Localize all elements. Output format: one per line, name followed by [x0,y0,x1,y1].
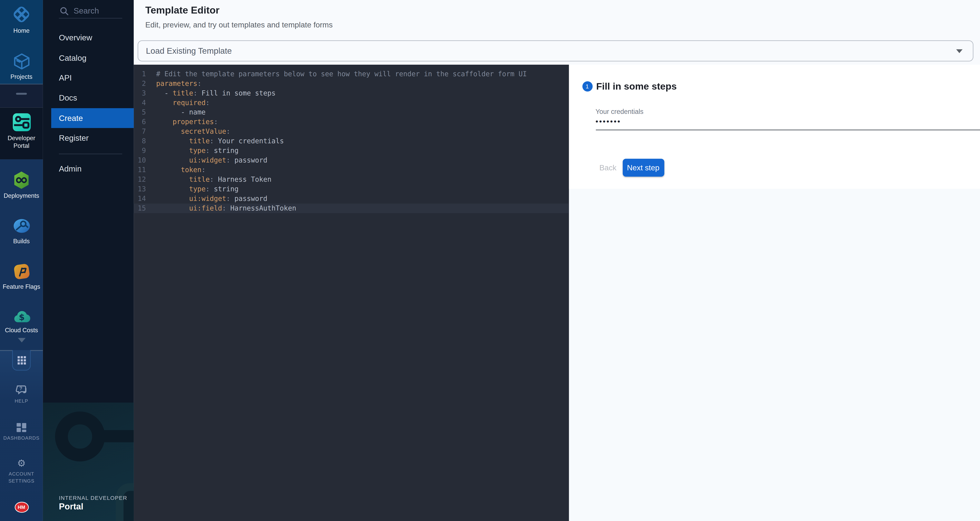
step-title: Fill in some steps [596,81,677,92]
cloud-costs-icon: $ [12,308,31,325]
dashboards-icon [16,422,27,433]
sidebar-item-label: DASHBOARDS [0,435,43,441]
module-picker-button[interactable] [12,350,31,370]
line-number: 9 [134,146,146,155]
line-content: title: Your credentials [146,136,284,146]
line-content: type: string [146,184,239,194]
chevron-down-icon[interactable] [18,338,25,343]
help-icon: ? [15,385,28,395]
dropdown-caret-icon [956,49,963,53]
grid-icon [17,355,26,365]
line-number: 5 [134,108,146,117]
back-button[interactable]: Back [599,163,616,172]
sidebar-item-label: Developer Portal [5,134,38,150]
next-step-button[interactable]: Next step [622,159,664,177]
sidebar-item-overview[interactable]: Overview [59,33,92,42]
yaml-code-editor[interactable]: 1# Edit the template parameters below to… [134,65,569,521]
sidebar-item-account-settings[interactable]: ⚙ ACCOUNT SETTINGS [0,458,43,484]
drag-handle[interactable] [16,93,27,95]
divider [59,154,122,154]
code-line[interactable]: 14 ui:widget: password [134,194,569,204]
module-section-divider [0,84,43,108]
sidebar-item-api[interactable]: API [59,74,72,83]
credentials-input[interactable]: ••••••• [595,117,621,126]
line-content: secretValue: [146,127,230,136]
line-content: token: [146,165,205,175]
sidebar-item-developer-portal[interactable]: Developer Portal [0,112,43,150]
sidebar-item-admin[interactable]: Admin [59,164,81,174]
builds-icon [12,217,31,236]
sidebar-item-label: Builds [0,237,43,245]
divider [59,18,122,18]
code-line[interactable]: 10 ui:widget: password [134,155,569,165]
svg-text:$: $ [19,312,24,322]
module-section-bottom: ? HELP DASHBOARDS ⚙ ACCOUNT SETTINGS HM [0,350,43,521]
line-number: 6 [134,117,146,127]
line-number: 1 [134,69,146,79]
main-content: Template Editor Edit, preview, and try o… [134,0,980,521]
page-subtitle: Edit, preview, and try out templates and… [145,21,332,29]
code-line[interactable]: 12 title: Harness Token [134,175,569,184]
dropdown-value: Load Existing Template [146,46,956,56]
deployments-icon [11,170,31,190]
line-content: - title: Fill in some steps [146,88,275,98]
sidebar-item-label: Home [0,27,43,35]
sidebar-item-builds[interactable]: Builds [0,217,43,245]
code-lines: 1# Edit the template parameters below to… [134,69,569,213]
code-line[interactable]: 7 secretValue: [134,127,569,136]
line-number: 8 [134,136,146,146]
code-line[interactable]: 5 - name [134,108,569,117]
line-number: 4 [134,98,146,108]
sidebar-item-catalog[interactable]: Catalog [59,54,86,63]
line-content: title: Harness Token [146,175,272,184]
sidebar-item-label: ACCOUNT SETTINGS [4,470,38,484]
sidebar-item-label: Feature Flags [0,283,43,290]
projects-icon [12,52,31,71]
search-placeholder: Search [74,6,99,16]
code-line[interactable]: 15 ui:field: HarnessAuthToken [134,204,569,213]
line-number: 14 [134,194,146,204]
sidebar-item-feature-flags[interactable]: Feature Flags [0,262,43,291]
home-icon [11,4,32,25]
line-content: parameters: [146,79,201,88]
load-template-dropdown[interactable]: Load Existing Template [138,40,973,62]
search-field[interactable]: Search [60,6,99,16]
code-line[interactable]: 8 title: Your credentials [134,136,569,146]
app-window: Home Projects [0,0,980,521]
form-card: 1 Fill in some steps Your credentials ••… [569,65,980,189]
feature-flags-icon [12,262,31,281]
code-line[interactable]: 9 type: string [134,146,569,155]
line-number: 2 [134,79,146,88]
credentials-label: Your credentials [595,108,643,115]
line-content: ui:widget: password [146,155,267,165]
sidebar-item-home[interactable]: Home [0,4,43,35]
code-line[interactable]: 4 required: [134,98,569,108]
line-number: 3 [134,88,146,98]
sidebar-item-create[interactable]: Create [51,108,134,128]
code-line[interactable]: 13 type: string [134,184,569,194]
sidebar-item-register[interactable]: Register [59,134,89,143]
form-preview-panel: 1 Fill in some steps Your credentials ••… [569,65,980,521]
sidebar-item-projects[interactable]: Projects [0,52,43,81]
line-number: 11 [134,165,146,175]
code-line[interactable]: 2parameters: [134,79,569,88]
code-line[interactable]: 11 token: [134,165,569,175]
sidebar-item-cloud-costs[interactable]: $ Cloud Costs [0,308,43,334]
code-line[interactable]: 3 - title: Fill in some steps [134,88,569,98]
module-section-active: Developer Portal [0,108,43,159]
code-line[interactable]: 1# Edit the template parameters below to… [134,69,569,79]
sidebar-item-dashboards[interactable]: DASHBOARDS [0,422,43,441]
sidebar-item-docs[interactable]: Docs [59,94,77,102]
decorative-ring [55,412,105,462]
sidebar-item-deployments[interactable]: Deployments [0,170,43,200]
line-number: 7 [134,127,146,136]
sidebar-item-label: Cloud Costs [0,327,43,334]
decorative-square [116,483,134,521]
input-underline [595,129,980,131]
line-number: 13 [134,184,146,194]
line-content: - name [146,108,205,117]
line-content: ui:widget: password [146,194,267,204]
code-line[interactable]: 6 properties: [134,117,569,127]
sidebar-item-help[interactable]: ? HELP [0,385,43,405]
avatar[interactable]: HM [14,502,29,513]
